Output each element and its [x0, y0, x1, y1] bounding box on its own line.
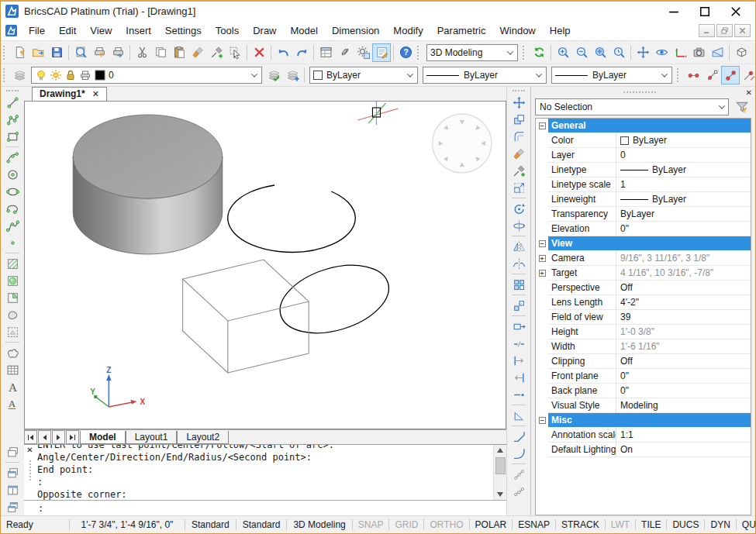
box-3d-icon[interactable]: [732, 43, 751, 62]
property-value[interactable]: 4 1/16", 10 3/16", -7/8": [616, 266, 751, 281]
pan-icon[interactable]: [633, 43, 652, 62]
offset-icon[interactable]: [509, 128, 528, 145]
toolbar-grip[interactable]: [6, 90, 19, 91]
zoom-previous-icon[interactable]: [609, 43, 628, 62]
property-row[interactable]: Linetype scale1: [536, 177, 751, 192]
menu-tools[interactable]: Tools: [209, 22, 246, 40]
print-preview-icon[interactable]: [71, 43, 90, 62]
rotate-icon[interactable]: [509, 200, 528, 217]
redo-icon[interactable]: [292, 43, 311, 62]
menu-dimension[interactable]: Dimension: [325, 22, 386, 40]
drawing-canvas[interactable]: Z Y X: [24, 101, 506, 429]
menu-model[interactable]: Model: [284, 22, 325, 40]
toolbar-grip[interactable]: [3, 68, 7, 82]
array-icon[interactable]: [509, 276, 528, 293]
layer-add-icon[interactable]: [283, 66, 302, 84]
toggle-dyn[interactable]: DYN: [705, 519, 735, 530]
workspace-field[interactable]: 3D Modeling: [287, 519, 351, 530]
layers-icon[interactable]: [10, 66, 29, 84]
property-row[interactable]: Elevation0": [536, 222, 751, 236]
collapse-icon[interactable]: −: [539, 240, 546, 247]
property-value[interactable]: 0": [616, 222, 751, 236]
text-align-icon[interactable]: A: [3, 395, 22, 412]
copy-properties-icon[interactable]: [509, 162, 528, 179]
delete-icon[interactable]: [250, 43, 268, 62]
property-value[interactable]: ByLayer: [616, 207, 751, 222]
property-value[interactable]: ByLayer: [616, 192, 751, 207]
circle-icon[interactable]: [3, 166, 22, 183]
toolbar-grip[interactable]: [417, 46, 421, 60]
property-row[interactable]: Height1'-0 3/8": [536, 325, 751, 339]
toggle-ortho[interactable]: ORTHO: [424, 519, 468, 530]
toggle-esnap[interactable]: ESNAP: [513, 519, 555, 530]
quick-select-icon[interactable]: [226, 43, 244, 62]
property-row[interactable]: LinetypeByLayer: [536, 163, 751, 177]
menu-view[interactable]: View: [83, 22, 119, 40]
drawing-explorer-icon[interactable]: [316, 43, 335, 62]
lineweight-select[interactable]: ByLayer: [551, 67, 672, 84]
scroll-up-icon[interactable]: [497, 448, 503, 453]
move-icon[interactable]: [509, 94, 528, 111]
prev-tab-icon[interactable]: [38, 430, 51, 444]
ellipse-entity[interactable]: [271, 253, 397, 346]
command-scrollbar[interactable]: [493, 445, 506, 500]
toggle-snap[interactable]: SNAP: [353, 519, 389, 530]
named-views-icon[interactable]: [708, 43, 727, 62]
property-value[interactable]: 1:1: [616, 428, 751, 443]
selection-filter-select[interactable]: No Selection: [535, 98, 729, 115]
wipeout-icon[interactable]: [3, 323, 22, 340]
close-tab-icon[interactable]: ✕: [92, 90, 99, 98]
taper-icon[interactable]: [509, 407, 528, 424]
property-value[interactable]: ByLayer: [616, 133, 751, 148]
ucs-icon[interactable]: [671, 43, 689, 62]
property-value[interactable]: On: [616, 443, 751, 457]
table-icon[interactable]: [3, 361, 22, 378]
match-properties-icon[interactable]: [509, 145, 528, 162]
close-panel-icon[interactable]: ✕: [746, 88, 752, 97]
property-value[interactable]: Modeling: [616, 398, 751, 413]
revision-cloud-icon[interactable]: [3, 344, 22, 361]
command-input[interactable]: :: [24, 500, 506, 515]
menu-draw[interactable]: Draw: [246, 22, 283, 40]
spline-icon[interactable]: [3, 217, 22, 234]
polyline-icon[interactable]: [3, 111, 22, 128]
region-icon[interactable]: [3, 306, 22, 323]
point-icon[interactable]: [3, 234, 22, 251]
property-row[interactable]: Front plane0": [536, 369, 751, 384]
toggle-ducs[interactable]: DUCS: [667, 519, 704, 530]
break-icon[interactable]: [509, 335, 528, 352]
copy-icon[interactable]: [151, 43, 170, 62]
window-arrange-icon[interactable]: [3, 498, 22, 515]
coordinates-display[interactable]: 1'-7 3/4", 1'-4 9/16", 0": [70, 519, 185, 530]
command-grip[interactable]: [29, 460, 31, 481]
ellipse-icon[interactable]: [3, 183, 22, 200]
property-value[interactable]: 4'-2": [616, 295, 751, 310]
pt-measure-icon[interactable]: [721, 66, 740, 84]
layer-select[interactable]: 0: [31, 67, 262, 84]
zoom-out-icon[interactable]: [572, 43, 591, 62]
line-icon[interactable]: [3, 94, 22, 111]
dim-style-field[interactable]: Standard: [236, 519, 287, 530]
mirror-icon[interactable]: [509, 238, 528, 255]
layer-states-icon[interactable]: [264, 66, 283, 84]
property-value[interactable]: ByLayer: [616, 163, 751, 177]
chamfer-icon[interactable]: [509, 428, 528, 445]
menu-file[interactable]: File: [22, 22, 52, 40]
publish-icon[interactable]: [109, 43, 127, 62]
wireframe-box[interactable]: [183, 260, 309, 373]
toolbar-grip[interactable]: [677, 68, 681, 82]
expand-icon[interactable]: +: [539, 270, 546, 277]
property-row[interactable]: Visual StyleModeling: [536, 398, 751, 413]
mirror-3d-icon[interactable]: [509, 255, 528, 272]
first-tab-icon[interactable]: [24, 430, 37, 444]
property-row[interactable]: ColorByLayer: [536, 133, 751, 148]
settings-icon[interactable]: [354, 43, 372, 62]
document-tab[interactable]: Drawing1* ✕: [32, 87, 107, 101]
property-value[interactable]: 0": [616, 369, 751, 384]
collapse-icon[interactable]: −: [539, 122, 546, 129]
property-row[interactable]: Layer0: [536, 148, 751, 163]
app-menu-icon[interactable]: [5, 25, 17, 36]
scale-icon[interactable]: [509, 179, 528, 196]
trim-icon[interactable]: [509, 352, 528, 369]
open-icon[interactable]: [29, 43, 47, 62]
